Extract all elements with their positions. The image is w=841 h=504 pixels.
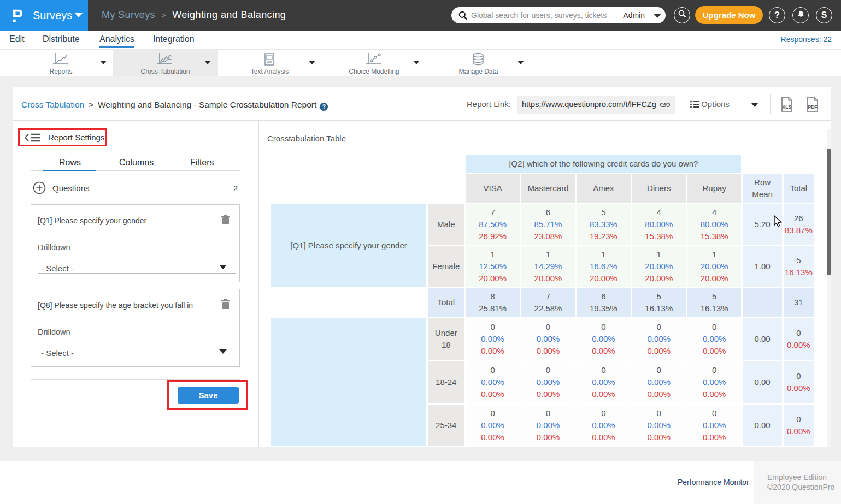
svg-text:XLS: XLS [783, 104, 792, 110]
svg-text:PDF: PDF [808, 104, 818, 110]
